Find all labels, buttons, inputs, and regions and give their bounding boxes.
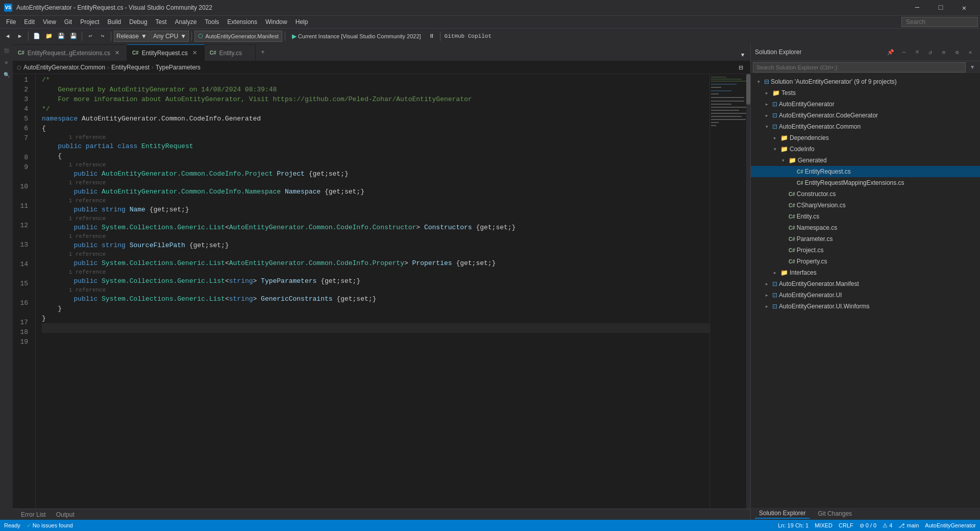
- tree-toggle-interfaces[interactable]: ▸: [771, 270, 779, 275]
- tree-toggle-codeinfo[interactable]: ▾: [771, 147, 779, 152]
- status-crlf[interactable]: CRLF: [839, 522, 853, 529]
- tree-item-entityrequest[interactable]: C# EntityRequest.cs: [751, 166, 980, 177]
- tree-item-property[interactable]: C# Property.cs: [751, 256, 980, 267]
- tree-toggle-codegen[interactable]: ▸: [763, 113, 771, 118]
- split-editor[interactable]: ⊟: [735, 62, 746, 73]
- platform-dropdown[interactable]: Any CPU ▼: [151, 31, 189, 42]
- tree-item-uiwinforms[interactable]: ▸⊡ AutoEntityGenerator.UI.Winforms: [751, 301, 980, 312]
- tree-item-codegen[interactable]: ▸⊡ AutoEntityGenerator.CodeGenerator: [751, 110, 980, 121]
- menu-window[interactable]: Window: [261, 16, 291, 28]
- menu-tools[interactable]: Tools: [201, 16, 223, 28]
- se-sync-btn[interactable]: ↔: [898, 46, 910, 58]
- menu-debug[interactable]: Debug: [125, 16, 151, 28]
- pause-btn[interactable]: ⏸: [426, 31, 437, 42]
- menu-view[interactable]: View: [39, 16, 60, 28]
- menu-test[interactable]: Test: [152, 16, 171, 28]
- tree-toggle-manifest[interactable]: ▸: [763, 281, 771, 286]
- breadcrumb-entityrequest[interactable]: EntityRequest: [111, 64, 150, 71]
- tree-toggle-uiwinforms[interactable]: ▸: [763, 304, 771, 309]
- se-filter-btn[interactable]: ≡: [912, 46, 923, 58]
- tree-item-deps[interactable]: ▸📁 Dependencies: [751, 132, 980, 143]
- tree-item-solution[interactable]: ▾⊟ Solution 'AutoEntityGenerator' (9 of …: [751, 76, 980, 87]
- menu-file[interactable]: File: [2, 16, 20, 28]
- tab-entity-extensions[interactable]: C# EntityRequest..gExtensions.cs ✕: [13, 44, 127, 61]
- tree-item-autoentity[interactable]: ▸⊡ AutoEntityGenerator: [751, 99, 980, 110]
- tree-item-interfaces[interactable]: ▸📁 Interfaces: [751, 267, 980, 278]
- tree-item-constructor[interactable]: C# Constructor.cs: [751, 188, 980, 200]
- tree-item-manifest[interactable]: ▸⊡ AutoEntityGenerator.Manifest: [751, 278, 980, 289]
- status-branch[interactable]: ⎇ main: [898, 522, 919, 529]
- toolbar-new[interactable]: 📄: [31, 31, 42, 42]
- status-ln-col[interactable]: Ln: 19 Ch: 1: [778, 522, 808, 529]
- search-input[interactable]: [901, 17, 978, 27]
- output-tab[interactable]: Output: [52, 510, 79, 519]
- tree-item-csharpversion[interactable]: C# CSharpVersion.cs: [751, 200, 980, 211]
- tree-toggle-solution[interactable]: ▾: [754, 79, 763, 84]
- tree-toggle-generated[interactable]: ▾: [779, 158, 787, 163]
- breadcrumb-typeparameters[interactable]: TypeParameters: [156, 64, 201, 71]
- gh-copilot-btn[interactable]: GitHub Copilot: [443, 31, 493, 42]
- tree-item-ui[interactable]: ▸⊡ AutoEntityGenerator.UI: [751, 289, 980, 301]
- tree-toggle-ui[interactable]: ▸: [763, 293, 771, 298]
- toolbar-save[interactable]: 💾: [56, 31, 67, 42]
- tab-close-request[interactable]: ✕: [191, 49, 199, 57]
- tree-item-tests[interactable]: ▸📁 Tests: [751, 87, 980, 99]
- tab-add-button[interactable]: +: [256, 44, 270, 61]
- breadcrumb-common[interactable]: AutoEntityGenerator.Common: [23, 64, 105, 71]
- tree-item-generated[interactable]: ▾📁 Generated: [751, 155, 980, 166]
- menu-build[interactable]: Build: [104, 16, 126, 28]
- toolbar-forward[interactable]: ▶: [14, 31, 26, 42]
- tree-item-project[interactable]: C# Project.cs: [751, 245, 980, 256]
- minimize-button[interactable]: ─: [905, 0, 929, 15]
- se-close-btn[interactable]: ✕: [965, 46, 976, 58]
- menu-extensions[interactable]: Extensions: [223, 16, 261, 28]
- se-search-input[interactable]: [753, 62, 966, 73]
- menu-help[interactable]: Help: [291, 16, 312, 28]
- toolbar-redo[interactable]: ↪: [97, 31, 108, 42]
- toolbar-open[interactable]: 📁: [43, 31, 55, 42]
- tree-toggle-common[interactable]: ▾: [763, 124, 771, 129]
- tree-toggle-tests[interactable]: ▸: [763, 90, 771, 95]
- se-tab-solution-explorer[interactable]: Solution Explorer: [755, 509, 810, 519]
- tree-toggle-deps[interactable]: ▸: [771, 135, 779, 140]
- configuration-dropdown[interactable]: Release ▼: [114, 31, 150, 42]
- se-tab-git-changes[interactable]: Git Changes: [814, 509, 856, 518]
- status-app-name[interactable]: AutoEntityGenerator: [925, 522, 976, 529]
- status-warnings[interactable]: ⚠ 4: [883, 522, 892, 529]
- menu-edit[interactable]: Edit: [20, 16, 39, 28]
- tree-item-entityrequestmapping[interactable]: C# EntityRequestMappingExtensions.cs: [751, 177, 980, 188]
- se-search-options[interactable]: ▼: [967, 62, 978, 73]
- menu-git[interactable]: Git: [60, 16, 76, 28]
- tab-dropdown[interactable]: ▼: [737, 50, 748, 61]
- error-list-tab[interactable]: Error List: [17, 510, 50, 519]
- close-button[interactable]: ✕: [952, 0, 976, 15]
- se-refresh-btn[interactable]: ↺: [925, 46, 936, 58]
- left-icon-3[interactable]: 🔍: [2, 70, 12, 80]
- maximize-button[interactable]: □: [929, 0, 952, 15]
- tree-item-common[interactable]: ▾⊡ AutoEntityGenerator.Common: [751, 121, 980, 132]
- status-ready[interactable]: Ready: [4, 522, 20, 528]
- run-button[interactable]: ▶ Current Instance [Visual Studio Commun…: [288, 31, 425, 42]
- left-icon-2[interactable]: ≡: [2, 58, 12, 68]
- status-no-issues[interactable]: ✓ No issues found: [27, 522, 73, 529]
- tab-entity-request[interactable]: C# EntityRequest.cs ✕: [127, 44, 205, 61]
- tree-item-namespace[interactable]: C# Namespace.cs: [751, 222, 980, 233]
- toolbar-saveall[interactable]: 💾: [68, 31, 79, 42]
- toolbar-back[interactable]: ◀: [2, 31, 13, 42]
- status-errors[interactable]: ⊘ 0 / 0: [860, 522, 876, 529]
- code-content[interactable]: /* Generated by AutoEntityGenerator on 1…: [36, 74, 709, 509]
- solution-tree[interactable]: ▾⊟ Solution 'AutoEntityGenerator' (9 of …: [751, 74, 980, 507]
- se-pin-btn[interactable]: 📌: [885, 46, 896, 58]
- left-icon-1[interactable]: ⬛: [2, 45, 12, 56]
- se-collapse-btn[interactable]: ⊖: [938, 46, 949, 58]
- tree-item-entity[interactable]: C# Entity.cs: [751, 211, 980, 222]
- se-settings-btn[interactable]: ⚙: [951, 46, 963, 58]
- menu-project[interactable]: Project: [76, 16, 103, 28]
- tab-close-extensions[interactable]: ✕: [113, 49, 121, 57]
- tab-entity[interactable]: C# Entity.cs: [205, 44, 256, 61]
- menu-analyze[interactable]: Analyze: [171, 16, 201, 28]
- tree-item-codeinfo[interactable]: ▾📁 CodeInfo: [751, 143, 980, 155]
- tree-item-parameter[interactable]: C# Parameter.cs: [751, 233, 980, 245]
- status-mixed[interactable]: MIXED: [815, 522, 832, 529]
- tree-toggle-autoentity[interactable]: ▸: [763, 102, 771, 107]
